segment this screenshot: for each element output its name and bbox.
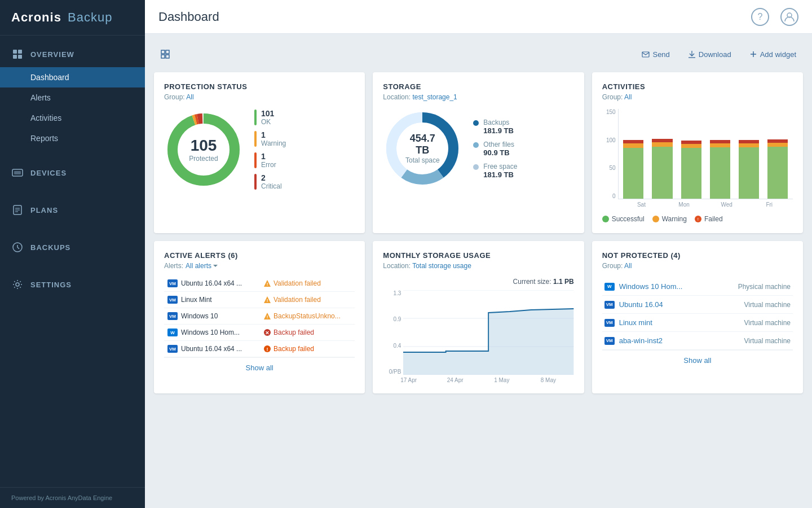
storage-legend: Backups 181.9 TB Other files 90.9 TB — [473, 119, 517, 179]
widget-activities: ACTIVITIES Group: All 150 100 50 0 — [592, 72, 803, 233]
np-vm-icon-2: VM — [604, 301, 615, 309]
add-widget-button[interactable]: Add widget — [745, 48, 801, 61]
np-vm-icon-4: VM — [604, 337, 615, 345]
dashboard-row2: ACTIVE ALERTS (6) Alerts: All alerts VM … — [154, 241, 803, 393]
np-row-2: VM Ubuntu 16.04 Virtual machine — [602, 296, 793, 314]
svg-text:✕: ✕ — [265, 330, 270, 336]
legend-dot-warning — [652, 216, 659, 222]
send-button[interactable]: Send — [637, 48, 674, 61]
bar-warning-thu — [710, 143, 730, 147]
sidebar-item-dashboard[interactable]: Dashboard — [0, 67, 145, 87]
svg-rect-15 — [161, 55, 165, 58]
sidebar-item-overview[interactable]: OVERVIEW — [0, 41, 145, 67]
sidebar-item-activities[interactable]: Activities — [0, 108, 145, 128]
toolbar: Send Download Add widget — [154, 43, 803, 65]
svg-text:!: ! — [267, 314, 268, 319]
legend-bar-ok — [254, 110, 257, 125]
monthly-location: Location: Total storage usage — [383, 262, 573, 270]
alerts-filter-link[interactable]: All alerts — [186, 262, 218, 270]
app-logo: Acronis Backup — [0, 0, 145, 36]
legend-bar-warning — [254, 131, 257, 147]
overview-icon — [11, 48, 24, 60]
protection-donut: 105 Protected — [164, 110, 243, 189]
help-icon[interactable]: ? — [751, 8, 769, 26]
sidebar-item-alerts[interactable]: Alerts — [0, 87, 145, 108]
legend-error: 1 Error — [254, 152, 286, 169]
legend-ok: 101 OK — [254, 109, 286, 126]
monthly-chart-svg-container — [403, 290, 573, 375]
np-vm-icon-3: VM — [604, 319, 615, 327]
monthly-chart-container: 1.3 0.9 0.4 0/PB — [383, 290, 573, 383]
bar-success-fri2 — [767, 147, 788, 199]
settings-icon — [11, 278, 24, 291]
bar-success-thu — [710, 147, 730, 199]
legend-warning: 1 Warning — [254, 130, 286, 147]
page-title: Dashboard — [158, 10, 751, 24]
np-row-3: VM Linux mint Virtual machine — [602, 314, 793, 332]
legend-values-ok: 101 OK — [261, 109, 274, 126]
legend-bar-critical — [254, 174, 257, 190]
backups-icon — [11, 241, 24, 253]
nav-section-settings: SETTINGS — [0, 266, 145, 303]
np-name-4[interactable]: aba-win-inst2 — [619, 336, 740, 345]
bar-group-thu — [707, 109, 732, 199]
legend-critical: 2 Critical — [254, 173, 286, 190]
svg-rect-3 — [18, 55, 22, 59]
svg-rect-14 — [166, 50, 169, 54]
nav-section-plans: PLANS — [0, 191, 145, 229]
np-name-1[interactable]: Windows 10 Hom... — [619, 282, 734, 291]
bar-warning-mon — [652, 142, 672, 147]
widget-storage: STORAGE Location: test_storage_1 — [373, 72, 584, 233]
sidebar-item-reports[interactable]: Reports — [0, 128, 145, 148]
plans-icon — [11, 204, 24, 216]
activities-group-link[interactable]: All — [624, 93, 632, 101]
storage-location-link[interactable]: test_storage_1 — [412, 93, 457, 101]
widget-active-alerts: ACTIVE ALERTS (6) Alerts: All alerts VM … — [154, 241, 365, 393]
legend-dot-failed: ! — [695, 216, 701, 222]
sidebar-item-plans[interactable]: PLANS — [0, 197, 145, 223]
expand-button[interactable] — [156, 47, 174, 61]
show-all-not-protected[interactable]: Show all — [602, 350, 793, 370]
legend-successful: Successful — [602, 215, 645, 223]
storage-content: 454.7 TB Total space Backups 181.9 TB — [383, 109, 573, 188]
bar-success-wed — [681, 148, 701, 199]
user-icon[interactable] — [780, 8, 798, 26]
devices-icon — [11, 167, 24, 179]
svg-rect-5 — [14, 171, 21, 174]
alert-status-4: ✕ Backup failed — [263, 329, 351, 336]
main-content: Dashboard ? Send Download — [145, 0, 812, 508]
bar-success-mon — [652, 147, 672, 199]
np-name-3[interactable]: Linux mint — [619, 318, 740, 327]
monthly-chart: 1.3 0.9 0.4 0/PB — [383, 290, 573, 375]
svg-rect-0 — [13, 50, 17, 54]
alerts-filter: Alerts: All alerts — [164, 262, 355, 270]
sidebar-item-settings[interactable]: SETTINGS — [0, 271, 145, 297]
alert-row-5: VM Ubuntu 16.04 x64 ... ! Backup failed — [164, 341, 355, 357]
storage-dot-free — [473, 164, 479, 170]
legend-values-critical: 2 Critical — [261, 173, 282, 190]
storage-donut-label: 454.7 TB Total space — [403, 133, 442, 164]
alert-status-5: ! Backup failed — [263, 345, 351, 353]
alert-status-2: ! Validation failed — [263, 296, 351, 304]
show-all-alerts[interactable]: Show all — [164, 357, 355, 378]
not-protected-group-link[interactable]: All — [624, 262, 632, 270]
vm-icon-3: VM — [167, 312, 178, 320]
content-area: Send Download Add widget PROTECTION STAT… — [145, 34, 812, 508]
bar-warning-wed — [681, 144, 701, 148]
np-row-4: VM aba-win-inst2 Virtual machine — [602, 332, 793, 350]
sidebar-item-backups[interactable]: BACKUPS — [0, 234, 145, 260]
storage-location: Location: test_storage_1 — [383, 93, 573, 101]
chart-y-labels: 150 100 50 0 — [602, 109, 618, 199]
monthly-location-link[interactable]: Total storage usage — [412, 262, 471, 270]
protection-group-link[interactable]: All — [186, 93, 193, 101]
not-protected-group: Group: All — [602, 262, 793, 270]
current-size-header: Current size: 1.1 PB — [383, 278, 573, 286]
sidebar-item-devices[interactable]: DEVICES — [0, 160, 145, 186]
chart-x-labels: Sat Mon Wed Fri — [618, 202, 793, 208]
topbar: Dashboard ? — [145, 0, 812, 34]
alert-row-4: W Windows 10 Hom... ✕ Backup failed — [164, 325, 355, 341]
np-name-2[interactable]: Ubuntu 16.04 — [619, 300, 740, 309]
protection-group: Group: All — [164, 93, 355, 101]
download-button[interactable]: Download — [683, 48, 736, 61]
topbar-actions: ? — [751, 8, 798, 26]
